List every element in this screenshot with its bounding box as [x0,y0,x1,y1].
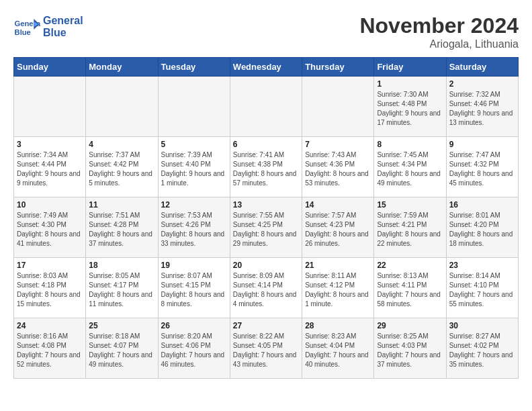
calendar-cell [302,77,374,137]
day-number: 15 [377,200,443,210]
cell-content: Sunrise: 8:22 AM Sunset: 4:05 PM Dayligh… [233,332,299,369]
day-number: 28 [305,321,371,330]
cell-content: Sunrise: 8:13 AM Sunset: 4:11 PM Dayligh… [377,271,443,309]
day-number: 6 [233,140,299,149]
header-thursday: Thursday [302,58,374,77]
calendar-cell: 13Sunrise: 7:55 AM Sunset: 4:25 PM Dayli… [230,197,302,258]
cell-content: Sunrise: 7:34 AM Sunset: 4:44 PM Dayligh… [17,150,83,188]
cell-content: Sunrise: 8:09 AM Sunset: 4:14 PM Dayligh… [233,271,299,309]
cell-content: Sunrise: 8:16 AM Sunset: 4:08 PM Dayligh… [17,332,83,369]
cell-content: Sunrise: 7:43 AM Sunset: 4:36 PM Dayligh… [305,150,371,188]
day-number: 7 [305,140,371,149]
day-number: 25 [89,321,154,330]
day-number: 21 [305,261,371,270]
cell-content: Sunrise: 7:51 AM Sunset: 4:28 PM Dayligh… [89,211,154,248]
day-number: 3 [17,140,83,149]
calendar-cell: 14Sunrise: 7:57 AM Sunset: 4:23 PM Dayli… [302,197,374,258]
day-number: 13 [233,200,299,210]
calendar-cell: 6Sunrise: 7:41 AM Sunset: 4:38 PM Daylig… [230,137,302,197]
calendar-week-1: 1Sunrise: 7:30 AM Sunset: 4:48 PM Daylig… [14,77,519,137]
header-tuesday: Tuesday [158,58,230,77]
cell-content: Sunrise: 8:07 AM Sunset: 4:15 PM Dayligh… [161,271,227,309]
calendar-cell: 23Sunrise: 8:14 AM Sunset: 4:10 PM Dayli… [446,258,518,318]
cell-content: Sunrise: 7:49 AM Sunset: 4:30 PM Dayligh… [17,211,83,248]
day-number: 17 [17,261,83,270]
day-number: 10 [17,200,83,210]
day-number: 4 [89,140,154,149]
logo: General Blue General Blue [13,13,83,40]
calendar-cell: 29Sunrise: 8:25 AM Sunset: 4:03 PM Dayli… [374,318,446,379]
logo-blue: Blue [43,27,83,39]
cell-content: Sunrise: 7:47 AM Sunset: 4:32 PM Dayligh… [449,150,515,188]
header: General Blue General Blue November 2024 … [13,13,519,50]
cell-content: Sunrise: 8:14 AM Sunset: 4:10 PM Dayligh… [449,271,515,309]
calendar-cell: 27Sunrise: 8:22 AM Sunset: 4:05 PM Dayli… [230,318,302,379]
calendar-cell: 24Sunrise: 8:16 AM Sunset: 4:08 PM Dayli… [14,318,86,379]
header-friday: Friday [374,58,446,77]
cell-content: Sunrise: 7:41 AM Sunset: 4:38 PM Dayligh… [233,150,299,188]
calendar-week-4: 17Sunrise: 8:03 AM Sunset: 4:18 PM Dayli… [14,258,519,318]
day-number: 8 [377,140,443,149]
cell-content: Sunrise: 8:20 AM Sunset: 4:06 PM Dayligh… [161,332,227,369]
day-number: 29 [377,321,443,330]
day-number: 30 [449,321,515,330]
calendar-week-2: 3Sunrise: 7:34 AM Sunset: 4:44 PM Daylig… [14,137,519,197]
header-sunday: Sunday [14,58,86,77]
day-number: 11 [89,200,154,210]
calendar-cell: 18Sunrise: 8:05 AM Sunset: 4:17 PM Dayli… [86,258,158,318]
calendar-cell: 10Sunrise: 7:49 AM Sunset: 4:30 PM Dayli… [14,197,86,258]
calendar-cell: 4Sunrise: 7:37 AM Sunset: 4:42 PM Daylig… [86,137,158,197]
day-number: 20 [233,261,299,270]
cell-content: Sunrise: 7:39 AM Sunset: 4:40 PM Dayligh… [161,150,227,188]
calendar-cell [158,77,230,137]
day-number: 23 [449,261,515,270]
calendar-cell: 28Sunrise: 8:23 AM Sunset: 4:04 PM Dayli… [302,318,374,379]
calendar-cell: 3Sunrise: 7:34 AM Sunset: 4:44 PM Daylig… [14,137,86,197]
calendar-cell [86,77,158,137]
cell-content: Sunrise: 7:57 AM Sunset: 4:23 PM Dayligh… [305,211,371,248]
calendar-table: SundayMondayTuesdayWednesdayThursdayFrid… [13,57,519,379]
calendar-cell: 21Sunrise: 8:11 AM Sunset: 4:12 PM Dayli… [302,258,374,318]
calendar-cell [230,77,302,137]
cell-content: Sunrise: 8:25 AM Sunset: 4:03 PM Dayligh… [377,332,443,369]
calendar-cell: 11Sunrise: 7:51 AM Sunset: 4:28 PM Dayli… [86,197,158,258]
day-number: 24 [17,321,83,330]
day-number: 26 [161,321,227,330]
calendar-cell: 17Sunrise: 8:03 AM Sunset: 4:18 PM Dayli… [14,258,86,318]
calendar-cell: 8Sunrise: 7:45 AM Sunset: 4:34 PM Daylig… [374,137,446,197]
calendar-cell: 5Sunrise: 7:39 AM Sunset: 4:40 PM Daylig… [158,137,230,197]
header-monday: Monday [86,58,158,77]
day-number: 14 [305,200,371,210]
calendar-cell [14,77,86,137]
cell-content: Sunrise: 7:37 AM Sunset: 4:42 PM Dayligh… [89,150,154,188]
calendar-cell: 30Sunrise: 8:27 AM Sunset: 4:02 PM Dayli… [446,318,518,379]
day-number: 1 [377,79,443,89]
calendar-header: SundayMondayTuesdayWednesdayThursdayFrid… [14,58,519,77]
header-wednesday: Wednesday [230,58,302,77]
calendar-cell: 19Sunrise: 8:07 AM Sunset: 4:15 PM Dayli… [158,258,230,318]
cell-content: Sunrise: 8:11 AM Sunset: 4:12 PM Dayligh… [305,271,371,309]
calendar-cell: 16Sunrise: 8:01 AM Sunset: 4:20 PM Dayli… [446,197,518,258]
header-saturday: Saturday [446,58,518,77]
cell-content: Sunrise: 8:18 AM Sunset: 4:07 PM Dayligh… [89,332,154,369]
cell-content: Sunrise: 8:23 AM Sunset: 4:04 PM Dayligh… [305,332,371,369]
day-number: 18 [89,261,154,270]
cell-content: Sunrise: 7:32 AM Sunset: 4:46 PM Dayligh… [449,90,515,128]
title-area: November 2024 Ariogala, Lithuania [359,13,519,50]
calendar-week-5: 24Sunrise: 8:16 AM Sunset: 4:08 PM Dayli… [14,318,519,379]
calendar-cell: 2Sunrise: 7:32 AM Sunset: 4:46 PM Daylig… [446,77,518,137]
calendar-cell: 9Sunrise: 7:47 AM Sunset: 4:32 PM Daylig… [446,137,518,197]
day-number: 9 [449,140,515,149]
cell-content: Sunrise: 8:27 AM Sunset: 4:02 PM Dayligh… [449,332,515,369]
cell-content: Sunrise: 7:45 AM Sunset: 4:34 PM Dayligh… [377,150,443,188]
day-number: 22 [377,261,443,270]
cell-content: Sunrise: 7:55 AM Sunset: 4:25 PM Dayligh… [233,211,299,248]
cell-content: Sunrise: 8:01 AM Sunset: 4:20 PM Dayligh… [449,211,515,248]
day-number: 12 [161,200,227,210]
day-number: 19 [161,261,227,270]
calendar-cell: 7Sunrise: 7:43 AM Sunset: 4:36 PM Daylig… [302,137,374,197]
logo-general: General [43,15,83,27]
month-year-title: November 2024 [359,13,519,38]
day-number: 16 [449,200,515,210]
calendar-cell: 25Sunrise: 8:18 AM Sunset: 4:07 PM Dayli… [86,318,158,379]
